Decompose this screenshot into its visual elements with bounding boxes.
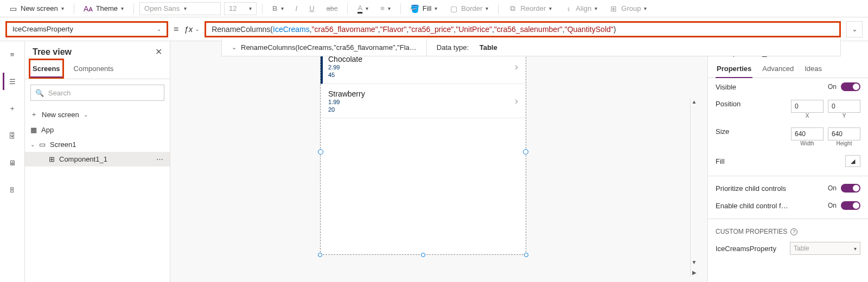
x-label: X [791, 113, 824, 119]
screen1-label: Screen1 [50, 140, 76, 149]
main-area: ≡ ☰ ＋ 🗄 🖥 🎚 Tree view ✕ Screens Componen… [0, 41, 868, 282]
formula-hint-breadcrumb[interactable]: ⌄ RenameColumns(IceCreams,"cra56_flavorn… [222, 39, 427, 56]
bold-button[interactable]: B▾ [268, 2, 288, 15]
reorder-button[interactable]: ⧉ Reorder ▾ [504, 2, 556, 15]
tree-tabs: Screens Components [25, 60, 170, 79]
font-color-button[interactable]: A▾ [353, 2, 373, 16]
custom-prop-type-select[interactable]: Table ▾ [790, 242, 860, 255]
fill-color-picker[interactable]: ◢ [845, 155, 860, 167]
tree-item-component[interactable]: ⊞ Component1_1 ⋯ [25, 152, 170, 166]
canvas-scrollbar[interactable]: ▲ ▼ ▶ [690, 98, 698, 277]
formula-hint-type: Data type: Table [427, 39, 507, 56]
new-screen-button[interactable]: ▭ New screen ▾ [4, 2, 68, 15]
data-rail-button[interactable]: 🗄 [4, 127, 21, 144]
tree-search-input[interactable]: 🔍 Search [30, 85, 164, 101]
close-icon[interactable]: ✕ [155, 47, 162, 57]
font-family-select[interactable]: Open Sans ▾ [139, 2, 221, 15]
search-placeholder: Search [48, 89, 71, 97]
new-screen-tree-button[interactable]: ＋ New screen ⌄ [25, 106, 170, 123]
width-input[interactable]: 640 [791, 127, 824, 140]
toggle-on-label: On [828, 83, 837, 91]
component-icon: ⊞ [49, 155, 55, 163]
height-input[interactable]: 640 [828, 127, 860, 140]
font-size-select[interactable]: 12 ▾ [224, 2, 257, 15]
align-button[interactable]: ⫞ Align ▾ [559, 2, 602, 15]
font-family-value: Open Sans [144, 4, 180, 12]
settings-rail-button[interactable]: 🎚 [4, 181, 21, 198]
tab-screens[interactable]: Screens [30, 60, 62, 77]
tree-view-rail-button[interactable]: ☰ [3, 73, 20, 90]
new-screen-label: New screen [21, 4, 58, 12]
formula-bar: IceCreamsProperty ⌄ = ƒx⌄ RenameColumns(… [0, 17, 868, 41]
item-qty: 20 [328, 106, 515, 113]
scroll-right-icon[interactable]: ▶ [692, 268, 697, 277]
selected-component[interactable]: Chocolate 2.99 45 › Strawberry 1.99 20 › [320, 49, 526, 255]
database-icon: 🗄 [9, 132, 16, 140]
custom-properties-header: CUSTOM PROPERTIES ? [708, 222, 868, 238]
enable-child-toggle[interactable] [841, 201, 860, 210]
prop-fill: Fill ◢ [708, 151, 868, 171]
position-y-input[interactable]: 0 [828, 100, 860, 113]
group-icon: ⊞ [609, 4, 618, 13]
more-icon[interactable]: ⋯ [156, 155, 164, 163]
visible-toggle[interactable] [841, 82, 860, 91]
properties-tabs: Properties Advanced Ideas [708, 60, 868, 78]
sliders-icon: 🎚 [9, 186, 16, 194]
text-align-button[interactable]: ≡▾ [376, 2, 395, 15]
prop-prioritize: Prioritize child controls On [708, 180, 868, 197]
component-label: Component1_1 [59, 155, 107, 163]
paint-icon: ◢ [851, 158, 855, 165]
resize-handle[interactable] [421, 253, 425, 257]
position-x-input[interactable]: 0 [791, 100, 824, 113]
resize-handle[interactable] [524, 253, 528, 257]
enable-child-label: Enable child control f… [716, 202, 788, 210]
tab-advanced[interactable]: Advanced [761, 60, 795, 78]
resize-handle[interactable] [318, 253, 322, 257]
scroll-up-icon[interactable]: ▲ [692, 98, 697, 106]
formula-hint-text: RenameColumns(IceCreams,"cra56_flavornam… [241, 43, 417, 52]
fill-label: Fill [423, 4, 432, 12]
info-icon[interactable]: ? [790, 228, 797, 235]
chevron-right-icon[interactable]: › [515, 61, 518, 73]
insert-rail-button[interactable]: ＋ [4, 100, 21, 117]
app-icon: ▦ [30, 126, 37, 134]
separator [74, 3, 74, 14]
prop-size: Size 640 640 Width Height [708, 123, 868, 151]
tab-properties[interactable]: Properties [716, 60, 752, 78]
position-label: Position [716, 100, 741, 108]
theme-button[interactable]: Aᴀ Theme ▾ [80, 2, 128, 15]
formula-hint-bar: ⌄ RenameColumns(IceCreams,"cra56_flavorn… [221, 39, 841, 56]
chevron-down-icon: ▾ [435, 5, 437, 11]
tree-item-app[interactable]: ▦ App [25, 123, 170, 137]
underline-button[interactable]: U [305, 2, 318, 15]
italic-button[interactable]: I [291, 2, 302, 15]
equals-label: = [174, 24, 178, 34]
border-button[interactable]: ▢ Border ▾ [445, 2, 493, 15]
tab-components[interactable]: Components [72, 60, 116, 79]
prioritize-toggle[interactable] [841, 184, 860, 193]
formula-expand-button[interactable]: ⌄ [846, 21, 863, 37]
fill-icon: 🪣 [411, 4, 419, 13]
strikethrough-button[interactable]: abc [322, 2, 342, 15]
fill-button[interactable]: 🪣 Fill ▾ [406, 2, 442, 15]
format-ribbon: ▭ New screen ▾ Aᴀ Theme ▾ Open Sans ▾ 12… [0, 0, 868, 17]
design-canvas[interactable]: Chocolate 2.99 45 › Strawberry 1.99 20 ›… [170, 41, 707, 282]
custom-prop-row: IceCreamsProperty Table ▾ [708, 238, 868, 259]
tree-item-screen1[interactable]: ⌄ ▭ Screen1 [25, 137, 170, 152]
media-rail-button[interactable]: 🖥 [4, 154, 21, 171]
chevron-down-icon: ⌄ [232, 44, 237, 51]
property-dropdown[interactable]: IceCreamsProperty ⌄ [5, 21, 168, 37]
item-title: Strawberry [328, 89, 515, 98]
scroll-down-icon[interactable]: ▼ [692, 258, 697, 266]
formula-input[interactable]: RenameColumns(IceCreams,"cra56_flavornam… [205, 21, 841, 37]
group-button[interactable]: ⊞ Group ▾ [605, 2, 651, 15]
tab-ideas[interactable]: Ideas [803, 60, 823, 78]
fill-label: Fill [716, 157, 725, 165]
chevron-right-icon[interactable]: › [515, 95, 518, 107]
hamburger-button[interactable]: ≡ [4, 46, 21, 63]
gallery-item[interactable]: Strawberry 1.99 20 › [321, 84, 526, 119]
fx-label[interactable]: ƒx⌄ [184, 24, 199, 34]
height-label: Height [828, 140, 860, 146]
chevron-down-icon: ⌄ [852, 25, 858, 33]
chevron-down-icon: ▾ [121, 5, 124, 11]
